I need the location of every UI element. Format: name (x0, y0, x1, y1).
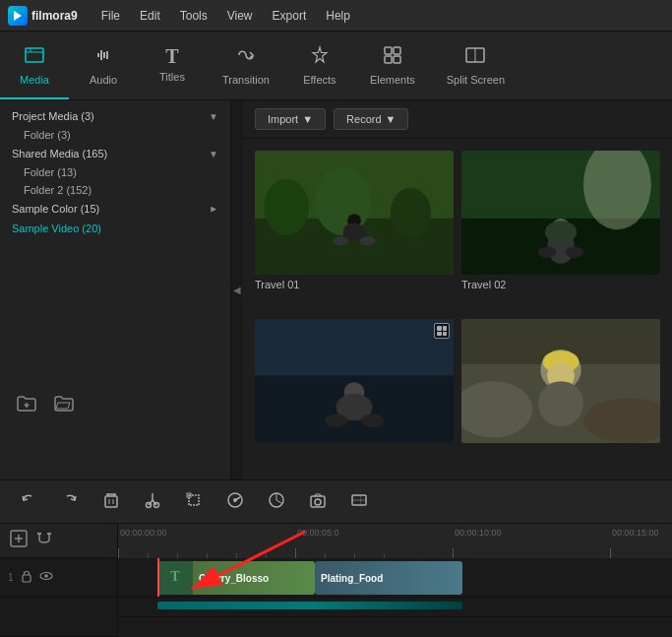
sidebar-section-project-media[interactable]: Project Media (3) ▼ (0, 106, 230, 126)
main-content: Project Media (3) ▼ Folder (3) Shared Me… (0, 100, 672, 479)
clip-plating[interactable]: Plating_Food (315, 561, 462, 595)
track-lock-icon[interactable] (20, 569, 33, 586)
sidebar-item-folder-3[interactable]: Folder (3) (0, 126, 230, 144)
media-thumb-travel02 (461, 151, 660, 275)
media-grid: Travel 01 (243, 139, 672, 479)
sidebar-item-folder-13[interactable]: Folder (13) (0, 163, 230, 181)
menu-help[interactable]: Help (318, 5, 358, 27)
crop-button[interactable] (181, 487, 207, 517)
clip-plating-label: Plating_Food (315, 573, 389, 584)
toolbar: Media Audio T Titles Transition (0, 32, 672, 100)
tab-titles-label: Titles (159, 71, 185, 83)
undo-button[interactable] (16, 487, 41, 517)
tab-media[interactable]: Media (0, 32, 69, 99)
track-eye-icon[interactable] (39, 569, 53, 586)
tab-audio-label: Audio (90, 74, 117, 86)
clip-cherry-label: Cherry_Blosso (193, 573, 275, 584)
tab-effects[interactable]: Effects (285, 32, 354, 99)
delete-button[interactable] (98, 487, 124, 517)
media-thumb-travel01 (255, 151, 454, 275)
media-item-travel04[interactable] (461, 319, 660, 468)
playhead[interactable] (157, 558, 159, 597)
timeline-ruler: 00:00:00:00 00:00:05:0 00:00:10:00 00:00… (118, 524, 672, 558)
tab-titles[interactable]: T Titles (138, 32, 207, 99)
track-row-sub (118, 598, 672, 617)
sidebar: Project Media (3) ▼ Folder (3) Shared Me… (0, 100, 231, 479)
snapshot-button[interactable] (305, 487, 331, 517)
media-panel: Import ▼ Record ▼ (243, 100, 672, 479)
app-name: filmora9 (31, 9, 78, 23)
track-content: T Cherry_Blosso Plating_Food (118, 558, 672, 637)
menu-bar: filmora9 File Edit Tools View Export Hel… (0, 0, 672, 32)
sample-color-label: Sample Color (15) (12, 203, 99, 215)
tab-transition[interactable]: Transition (207, 32, 285, 99)
sidebar-section-shared-media[interactable]: Shared Media (165) ▼ (0, 144, 230, 163)
elements-icon (382, 44, 403, 69)
pip-button[interactable] (346, 487, 372, 517)
svg-point-12 (264, 179, 309, 235)
svg-rect-42 (105, 496, 117, 507)
track-labels: 1 (0, 558, 118, 637)
svg-point-27 (566, 247, 583, 258)
timeline: 00:00:00:00 00:00:05:0 00:00:10:00 00:00… (0, 524, 672, 637)
sidebar-item-folder-2-152[interactable]: Folder 2 (152) (0, 181, 230, 199)
sidebar-section-sample-video[interactable]: Sample Video (20) (0, 219, 230, 238)
svg-rect-3 (394, 47, 400, 54)
menu-file[interactable]: File (93, 5, 128, 27)
bottom-toolbar (0, 479, 672, 524)
media-item-travel03[interactable] (255, 319, 454, 468)
svg-point-41 (538, 381, 583, 426)
menu-view[interactable]: View (219, 5, 261, 27)
magnet-icon[interactable] (35, 530, 53, 551)
clip-cherry-thumb: T (157, 561, 193, 595)
add-folder-icon[interactable] (16, 393, 37, 419)
sidebar-collapse-handle[interactable]: ◀ (231, 100, 243, 479)
tab-split-screen-label: Split Screen (447, 74, 505, 86)
speed-button[interactable] (222, 487, 248, 517)
tab-transition-label: Transition (222, 74, 270, 86)
svg-point-32 (325, 414, 347, 427)
effects-icon (309, 44, 331, 69)
media-label-travel02: Travel 02 (461, 279, 660, 290)
tab-split-screen[interactable]: Split Screen (431, 32, 520, 99)
tab-audio[interactable]: Audio (69, 32, 138, 99)
svg-rect-4 (385, 56, 392, 63)
svg-point-13 (315, 167, 371, 235)
media-icon (24, 44, 45, 69)
menu-export[interactable]: Export (265, 5, 315, 27)
clip-cherry[interactable]: T Cherry_Blosso (157, 561, 315, 595)
redo-button[interactable] (57, 487, 83, 517)
cut-button[interactable] (140, 487, 165, 517)
ruler-mark-1: 00:00:05:0 (297, 528, 339, 538)
tab-elements-label: Elements (370, 74, 415, 86)
import-button[interactable]: Import ▼ (255, 108, 326, 130)
svg-text:T: T (170, 569, 180, 584)
add-track-icon[interactable] (10, 530, 28, 551)
menu-edit[interactable]: Edit (132, 5, 168, 27)
audio-icon (92, 44, 114, 69)
svg-rect-69 (23, 575, 31, 582)
svg-point-17 (333, 236, 348, 245)
color-button[interactable] (264, 487, 289, 517)
project-media-chevron: ▼ (209, 111, 218, 122)
media-item-travel02[interactable]: Travel 02 (461, 151, 660, 311)
tab-elements[interactable]: Elements (354, 32, 431, 99)
record-chevron-icon: ▼ (386, 113, 397, 125)
track-number: 1 (8, 572, 14, 583)
media-thumb-travel03 (255, 319, 454, 443)
record-button[interactable]: Record ▼ (334, 108, 408, 130)
timeline-tracks: 1 (0, 558, 672, 637)
ruler-mark-3: 00:00:15:00 (612, 528, 659, 538)
sidebar-section-sample-color[interactable]: Sample Color (15) ▼ (0, 199, 230, 219)
sample-video-label: Sample Video (20) (12, 223, 101, 234)
svg-point-18 (360, 236, 376, 245)
svg-point-25 (545, 221, 577, 243)
logo-icon (8, 6, 28, 26)
menu-tools[interactable]: Tools (172, 5, 215, 27)
ruler-mark-2: 00:00:10:00 (455, 528, 502, 538)
app-logo: filmora9 (8, 6, 78, 26)
open-folder-icon[interactable] (53, 393, 75, 419)
record-label: Record (346, 113, 381, 125)
svg-rect-2 (385, 47, 392, 54)
media-item-travel01[interactable]: Travel 01 (255, 151, 454, 311)
